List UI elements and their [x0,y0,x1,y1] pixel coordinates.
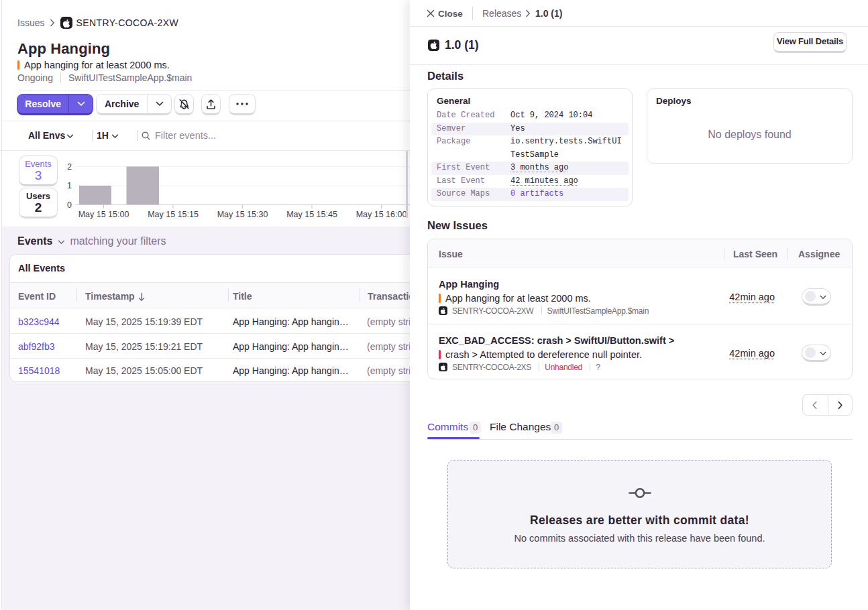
svg-text:May 15 16:00: May 15 16:00 [356,210,407,219]
svg-text:May 15 15:30: May 15 15:30 [217,210,268,219]
svg-text:May 15 15:15: May 15 15:15 [148,210,199,219]
svg-text:2: 2 [67,162,72,172]
svg-text:May 15 15:45: May 15 15:45 [286,210,337,219]
svg-text:1: 1 [67,181,72,190]
svg-text:May 15 15:00: May 15 15:00 [78,210,129,219]
svg-text:0: 0 [67,200,72,210]
